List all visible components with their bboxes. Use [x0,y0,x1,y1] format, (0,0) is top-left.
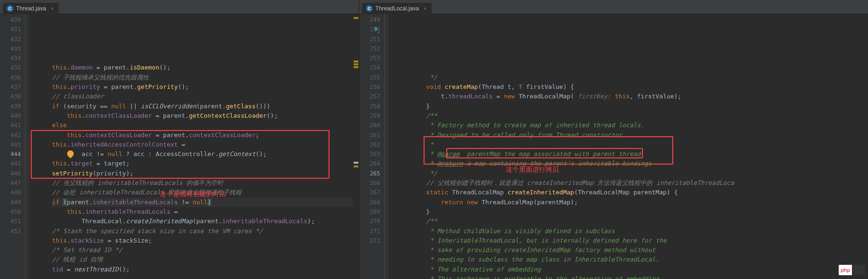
code-line[interactable]: * [411,140,868,149]
fold-guide [25,14,26,279]
code-line[interactable]: void createMap(Thread t, T firstValue) { [411,82,868,92]
code-line[interactable]: * @param parentMap the map associated wi… [411,149,868,159]
tab-bar-right: C ThreadLocal.java × [359,0,868,14]
code-line[interactable]: tid = nextThreadID(); [52,265,359,274]
code-area-left[interactable]: 这个是线程创建的方法 this.daemon = parent.isDaemon… [29,14,359,279]
code-line[interactable]: /* Stash the specified stack size in cas… [52,227,359,236]
code-line[interactable]: this.target = target; [52,159,359,168]
close-icon[interactable]: × [51,6,53,11]
php-text: php [839,267,852,273]
code-line[interactable]: /** [411,111,868,121]
stripe-mark[interactable] [354,63,358,65]
code-line[interactable]: if (parent.inheritableThreadLocals != nu… [52,198,359,207]
code-line[interactable]: if (security == null || isCCLOverridden(… [52,102,359,111]
code-line[interactable]: /** [411,217,868,226]
editor-pane-right: C ThreadLocal.java × 2492502512522532542… [359,0,868,279]
php-watermark: php [839,265,865,275]
code-line[interactable]: // classLoader [52,92,359,101]
tab-label: ThreadLocal.java [375,5,419,12]
code-line[interactable]: * Designed to be called only from Thread… [411,131,868,140]
fold-guide [384,14,385,279]
code-line[interactable]: * The alternative of embedding [411,265,868,274]
override-gutter-icon[interactable] [373,26,379,33]
php-block [852,265,865,275]
code-line[interactable]: } [411,102,868,111]
code-line[interactable]: */ [411,73,868,82]
code-area-right[interactable]: 这个里面进行拷贝 */ void createMap(Thread t, T f… [389,14,868,279]
code-line[interactable]: // 子线程继承父线程的优先级属性 [52,73,359,82]
code-line[interactable]: setPriority(priority); [52,169,359,178]
code-line[interactable]: this.priority = parent.getPriority(); [52,82,359,92]
code-line[interactable]: /* Set thread ID */ [52,245,359,255]
code-line[interactable]: * @return a map containing the parent's … [411,159,868,168]
code-line[interactable]: this.contextClassLoader = parent.getCont… [52,111,359,121]
code-line[interactable]: t.threadLocals = new ThreadLocalMap( fir… [411,92,868,101]
code-line[interactable]: this.inheritedAccessControlContext = [52,140,359,149]
code-line[interactable]: * Method childValue is visibly defined i… [411,227,868,236]
code-line[interactable]: * This technique is preferable to the al… [411,274,868,279]
code-line[interactable]: * Factory method to create map of inheri… [411,121,868,130]
code-line[interactable]: this.daemon = parent.isDaemon(); [52,63,359,72]
java-class-icon: C [366,5,373,12]
code-line[interactable]: this.stackSize = stackSize; [52,236,359,245]
code-line[interactable]: // 父线程创建子线程时，就是通过 createInheritedMap 方法传… [411,178,868,188]
editor-pane-left: C Thread.java × 430431432433434435436437… [0,0,359,279]
stripe-mark[interactable] [354,61,358,62]
tab-label: Thread.java [16,5,46,12]
tab-threadlocal-java[interactable]: C ThreadLocal.java × [362,3,432,14]
code-line[interactable]: ThreadLocal.createInheritedMap(parent.in… [52,217,359,226]
java-class-icon: C [7,5,13,12]
code-line[interactable]: } [411,207,868,217]
annotation-label-right: 这个里面进行拷贝 [506,165,559,174]
code-line[interactable]: // 线程 id 自增 [52,255,359,264]
code-line[interactable]: this.inheritableThreadLocals = [52,207,359,217]
error-stripe-left[interactable] [353,14,359,279]
tab-thread-java[interactable]: C Thread.java × [3,3,59,14]
editor-left[interactable]: 4304314324334344354364374384394404414424… [0,14,359,279]
gutter-left: 4304314324334344354364374384394404414424… [0,14,29,279]
stripe-mark[interactable] [354,166,358,167]
code-line[interactable]: static ThreadLocalMap createInheritedMap… [411,188,868,197]
code-line[interactable]: * needing to subclass the map class in I… [411,255,868,264]
code-line[interactable]: * InheritableThreadLocal, but is interna… [411,236,868,245]
code-line[interactable]: // 当父线程的 inheritableThreadLocals 的值不为空时 [52,178,359,188]
close-icon[interactable]: × [424,6,426,11]
tab-bar-left: C Thread.java × [0,0,359,14]
code-line[interactable]: return new ThreadLocalMap(parentMap); [411,198,868,207]
code-line[interactable]: */ [411,169,868,178]
code-line[interactable]: acc != null ? acc : AccessController.get… [52,149,359,159]
code-line[interactable]: this.contextClassLoader = parent.context… [52,131,359,140]
code-line[interactable]: else [52,121,359,130]
code-line[interactable]: * sake of providing createInheritedMap f… [411,245,868,255]
gutter-right: 2492502512522532542552562572582592602612… [359,14,389,279]
annotation-label-left: 这个是线程创建的方法 [160,189,226,199]
stripe-mark[interactable] [354,66,358,68]
stripe-mark[interactable] [354,162,358,164]
editor-right[interactable]: 2492502512522532542552562572582592602612… [359,14,868,279]
stripe-mark[interactable] [354,17,358,19]
